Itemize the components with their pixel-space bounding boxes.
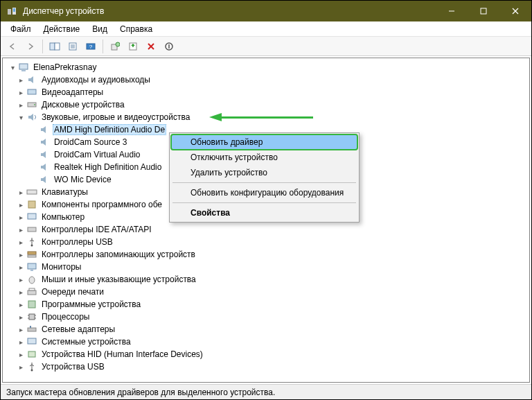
category-disk-drives[interactable]: Дисковые устройства	[40, 99, 126, 110]
expand-toggle[interactable]: ▸	[15, 186, 26, 198]
svg-rect-36	[28, 290, 36, 295]
sound-device-icon	[39, 137, 50, 148]
svg-rect-8	[55, 43, 60, 50]
expand-toggle[interactable]: ▸	[15, 299, 26, 310]
category-usb-controllers[interactable]: Контроллеры USB	[40, 236, 114, 247]
minimize-button[interactable]	[436, 1, 468, 21]
computer-icon	[18, 62, 29, 73]
expand-toggle[interactable]: ▸	[15, 274, 26, 285]
category-processors[interactable]: Процессоры	[40, 311, 91, 322]
status-text: Запуск мастера обновления драйверов для …	[6, 388, 275, 397]
category-network-adapters[interactable]: Сетевые адаптеры	[40, 324, 116, 335]
sound-device-icon	[39, 174, 50, 185]
sound-device-icon	[39, 124, 50, 135]
category-video-adapters[interactable]: Видеоадаптеры	[40, 87, 105, 98]
usb-device-icon	[26, 361, 37, 372]
device-droidcam-source3[interactable]: DroidCam Source 3	[53, 137, 128, 148]
svg-rect-29	[28, 227, 36, 232]
show-hidden-button[interactable]	[47, 39, 62, 54]
expand-toggle[interactable]: ▸	[15, 224, 26, 235]
menu-view[interactable]: Вид	[87, 23, 113, 35]
ctx-disable-device[interactable]: Отключить устройство	[171, 150, 357, 165]
ctx-properties[interactable]: Свойства	[171, 205, 357, 220]
category-storage-controllers[interactable]: Контроллеры запоминающих устройств	[40, 249, 197, 260]
disable-button[interactable]	[161, 39, 177, 54]
expand-toggle[interactable]: ▸	[15, 261, 26, 272]
print-queue-icon	[26, 286, 37, 297]
category-software-components[interactable]: Компоненты программного обе	[40, 199, 163, 210]
window-title: Диспетчер устройств	[23, 6, 436, 16]
category-ide-atapi[interactable]: Контроллеры IDE ATA/ATAPI	[40, 224, 153, 235]
context-menu: Обновить драйвер Отключить устройство Уд…	[169, 132, 360, 223]
monitor-icon	[26, 261, 37, 272]
expand-toggle[interactable]: ▸	[15, 249, 26, 260]
forward-button[interactable]	[23, 39, 38, 54]
ide-controller-icon	[26, 224, 37, 235]
properties-button[interactable]	[65, 39, 80, 54]
expand-toggle[interactable]: ▾	[7, 62, 18, 73]
scan-hardware-button[interactable]	[107, 39, 123, 54]
category-sound-game-video[interactable]: Звуковые, игровые и видеоустройства	[40, 112, 191, 123]
svg-rect-27	[28, 201, 35, 208]
ctx-uninstall-device[interactable]: Удалить устройство	[171, 165, 357, 180]
svg-rect-28	[28, 214, 36, 219]
device-amd-hd-audio[interactable]: AMD High Definition Audio De	[53, 124, 166, 135]
expand-toggle[interactable]: ▸	[15, 361, 26, 372]
expand-toggle[interactable]: ▸	[15, 311, 26, 322]
close-button[interactable]	[499, 1, 531, 21]
menu-action[interactable]: Действие	[38, 23, 86, 35]
category-monitors[interactable]: Мониторы	[40, 261, 82, 272]
expand-toggle[interactable]: ▸	[15, 87, 26, 98]
help-button[interactable]: ?	[83, 39, 98, 54]
hid-icon	[26, 349, 37, 360]
software-device-icon	[26, 299, 37, 310]
network-adapter-icon	[26, 324, 37, 335]
expand-toggle[interactable]: ▸	[15, 74, 26, 85]
uninstall-button[interactable]	[143, 39, 159, 54]
device-wo-mic[interactable]: WO Mic Device	[53, 174, 113, 185]
update-driver-button[interactable]	[125, 39, 141, 54]
device-realtek-hd-audio[interactable]: Realtek High Definition Audio	[53, 162, 163, 173]
expand-toggle[interactable]: ▸	[15, 211, 26, 223]
svg-rect-39	[29, 314, 35, 320]
expand-toggle[interactable]: ▸	[15, 99, 26, 110]
category-software-devices[interactable]: Программные устройства	[40, 299, 142, 310]
expand-toggle[interactable]: ▸	[15, 324, 26, 335]
expand-toggle[interactable]: ▸	[15, 336, 26, 347]
device-droidcam-virtual[interactable]: DroidCam Virtual Audio	[53, 149, 142, 160]
category-hid[interactable]: Устройства HID (Human Interface Devices)	[40, 349, 204, 360]
root-node[interactable]: ElenaPrekrasnay	[32, 62, 98, 73]
category-system-devices[interactable]: Системные устройства	[40, 336, 132, 347]
back-button[interactable]	[5, 39, 20, 54]
category-mice[interactable]: Мыши и иные указывающие устройства	[40, 274, 197, 285]
expand-toggle[interactable]: ▸	[15, 236, 26, 247]
usb-controller-icon	[26, 236, 37, 247]
svg-rect-33	[28, 263, 36, 269]
category-keyboards[interactable]: Клавиатуры	[40, 186, 89, 198]
svg-rect-2	[13, 8, 15, 12]
svg-rect-23	[28, 89, 36, 94]
svg-rect-7	[50, 43, 55, 50]
expand-toggle[interactable]: ▸	[15, 286, 26, 297]
menubar: Файл Действие Вид Справка	[1, 21, 531, 37]
category-print-queues[interactable]: Очереди печати	[40, 286, 105, 297]
maximize-button[interactable]	[468, 1, 499, 21]
category-usb-devices[interactable]: Устройства USB	[40, 361, 106, 372]
ctx-scan-hardware[interactable]: Обновить конфигурацию оборудования	[171, 185, 357, 200]
expand-toggle[interactable]: ▸	[15, 349, 26, 360]
category-computer[interactable]: Компьютер	[40, 211, 86, 223]
expand-toggle[interactable]: ▸	[15, 199, 26, 210]
disk-icon	[26, 99, 37, 110]
ctx-update-driver[interactable]: Обновить драйвер	[171, 134, 357, 150]
device-tree-container: ▾ ElenaPrekrasnay ▸Аудиовходы и аудиовых…	[2, 58, 530, 383]
mouse-icon	[26, 274, 37, 285]
menu-file[interactable]: Файл	[5, 23, 37, 35]
svg-rect-44	[28, 328, 36, 331]
category-audio-io[interactable]: Аудиовходы и аудиовыходы	[40, 74, 152, 85]
system-device-icon	[26, 336, 37, 347]
expand-toggle[interactable]: ▾	[15, 112, 26, 123]
sound-device-icon	[39, 149, 50, 160]
svg-rect-0	[8, 9, 11, 15]
svg-point-16	[116, 42, 120, 46]
menu-help[interactable]: Справка	[114, 23, 158, 35]
